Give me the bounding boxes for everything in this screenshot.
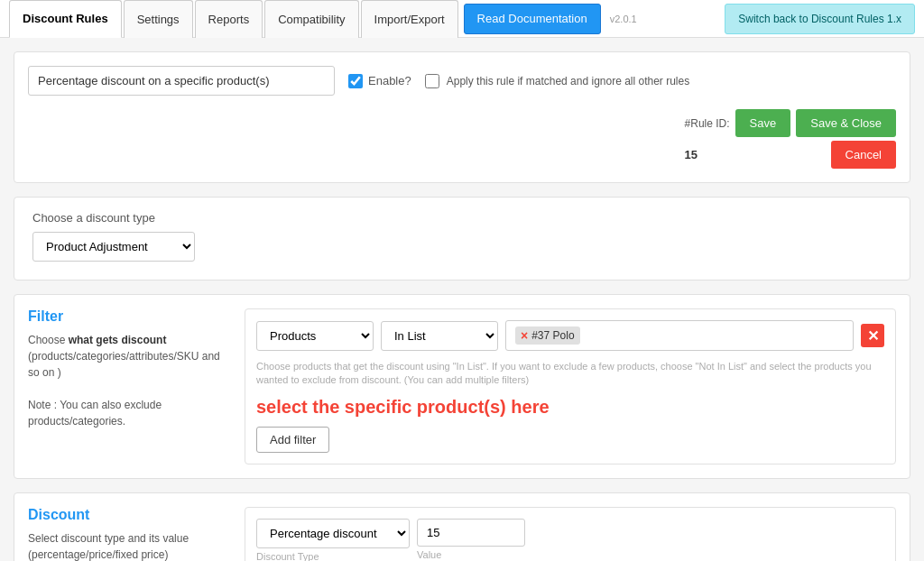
- filter-condition-select[interactable]: In List Not In List: [381, 321, 498, 351]
- ignore-rules-checkbox[interactable]: [425, 74, 439, 88]
- discount-type-sublabel: Discount Type: [256, 551, 410, 561]
- filter-hint: Choose products that get the discount us…: [256, 360, 884, 388]
- discount-section-right: Percentage discount Fixed Price Fixed Di…: [245, 507, 896, 561]
- top-navigation: Discount Rules Settings Reports Compatib…: [0, 0, 924, 38]
- rule-id-section: #Rule ID: Save Save & Close 15 Cancel: [685, 109, 896, 169]
- tab-settings[interactable]: Settings: [124, 0, 193, 38]
- enable-label: Enable?: [348, 74, 411, 88]
- enable-checkbox[interactable]: [348, 74, 363, 88]
- filter-tag: × #37 Polo: [515, 326, 580, 345]
- filter-section-right: Products Categories Attributes SKU In Li…: [245, 308, 896, 464]
- discount-type-select[interactable]: Product Adjustment Percentage Discount F…: [32, 232, 195, 262]
- switch-back-button[interactable]: Switch back to Discount Rules 1.x: [725, 4, 915, 34]
- discount-row: Percentage discount Fixed Price Fixed Di…: [256, 519, 884, 561]
- delete-filter-button[interactable]: ✕: [861, 324, 884, 347]
- tab-reports[interactable]: Reports: [195, 0, 263, 38]
- tab-compatibility[interactable]: Compatibility: [264, 0, 358, 38]
- tab-read-documentation[interactable]: Read Documentation: [464, 4, 601, 34]
- main-content: Enable? Apply this rule if matched and i…: [0, 38, 924, 561]
- discount-value-sublabel: Value: [417, 549, 525, 560]
- add-filter-button[interactable]: Add filter: [256, 427, 329, 453]
- discount-type-dropdown[interactable]: Percentage discount Fixed Price Fixed Di…: [256, 519, 410, 548]
- filter-section-left: Filter Choose what gets discount (produc…: [28, 308, 226, 464]
- filter-tag-input[interactable]: × #37 Polo: [505, 320, 854, 351]
- ignore-rules-label: Apply this rule if matched and ignore al…: [425, 74, 689, 88]
- discount-section-left: Discount Select discount type and its va…: [28, 507, 226, 561]
- discount-description: Select discount type and its value (perc…: [28, 530, 226, 561]
- tab-discount-rules[interactable]: Discount Rules: [9, 0, 122, 38]
- rule-name-input[interactable]: [28, 66, 335, 96]
- discount-title: Discount: [28, 507, 226, 523]
- discount-value-input[interactable]: [417, 519, 525, 547]
- filter-description: Choose what gets discount (products/cate…: [28, 332, 226, 429]
- save-close-button[interactable]: Save & Close: [796, 109, 896, 137]
- save-button[interactable]: Save: [735, 109, 791, 137]
- filter-section: Filter Choose what gets discount (produc…: [14, 294, 910, 479]
- filter-type-select[interactable]: Products Categories Attributes SKU: [256, 321, 374, 351]
- filter-title: Filter: [28, 308, 226, 325]
- rule-header-section: Enable? Apply this rule if matched and i…: [14, 51, 910, 183]
- discount-type-label: Choose a discount type: [32, 211, 892, 225]
- discount-section: Discount Select discount type and its va…: [14, 492, 910, 561]
- version-badge: v2.0.1: [610, 14, 637, 24]
- tag-remove-icon[interactable]: ×: [521, 328, 528, 343]
- filter-row: Products Categories Attributes SKU In Li…: [256, 320, 884, 351]
- discount-value-col: Value: [417, 519, 525, 560]
- cancel-button[interactable]: Cancel: [831, 141, 896, 169]
- tab-import-export[interactable]: Import/Export: [361, 0, 458, 38]
- filter-highlight: select the specific product(s) here: [256, 397, 884, 418]
- discount-type-section: Choose a discount type Product Adjustmen…: [14, 197, 910, 280]
- discount-type-col: Percentage discount Fixed Price Fixed Di…: [256, 519, 410, 561]
